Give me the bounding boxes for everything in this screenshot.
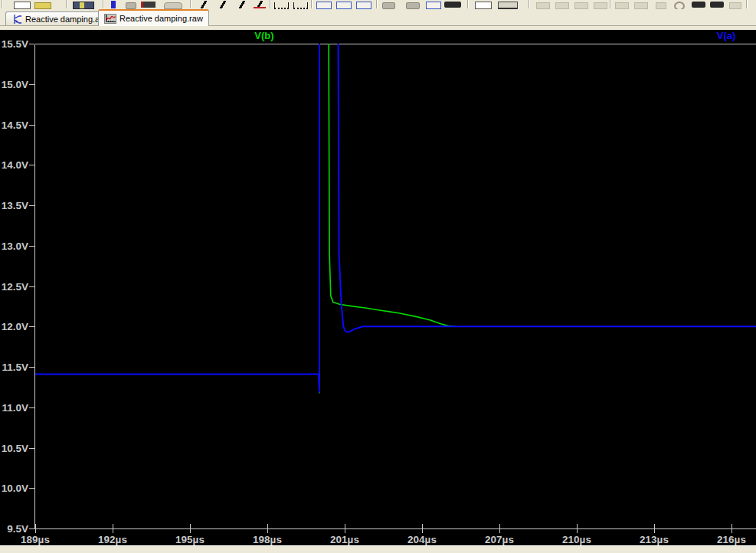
trace-vb[interactable] (319, 0, 456, 393)
y-axis-tick-label: 14.0V (2, 159, 28, 171)
ltspice-window: Reactive damping.asc Reactive damping.ra… (0, 0, 756, 553)
y-axis-tick-label: 15.0V (2, 79, 28, 90)
y-axis-tick-label: 13.0V (2, 241, 28, 252)
waveform-icon (104, 14, 116, 24)
plot-border (35, 44, 756, 529)
y-axis-tick-label: 10.5V (2, 443, 28, 454)
trace-va[interactable] (35, 0, 756, 392)
x-axis-tick-label: 192µs (98, 534, 127, 545)
x-axis-tick-label: 204µs (407, 534, 437, 545)
x-axis-tick-label: 198µs (253, 534, 282, 545)
x-axis-tick-label: 216µs (717, 534, 746, 545)
trace-label-vb[interactable]: V(b) (251, 30, 277, 41)
x-axis-tick-label: 210µs (562, 534, 591, 545)
y-axis-tick-label: 15.5V (2, 38, 28, 50)
trace-label-va[interactable]: V(a) (713, 30, 739, 41)
y-axis-tick-label: 10.0V (2, 483, 28, 494)
x-axis-tick-label: 189µs (21, 534, 50, 545)
x-axis-tick-label: 213µs (640, 534, 669, 545)
y-axis-tick-label: 14.5V (2, 119, 28, 131)
tab-waveform[interactable]: Reactive damping.raw (98, 9, 209, 26)
y-axis-tick-label: 13.5V (2, 200, 28, 211)
y-axis-tick-label: 9.5V (7, 523, 28, 535)
waveform-canvas[interactable]: 9.5V10.0V10.5V11.0V11.5V12.0V12.5V13.0V1… (0, 0, 756, 553)
y-axis-tick-label: 12.5V (2, 281, 28, 293)
y-axis-tick-label: 11.5V (2, 362, 28, 373)
x-axis-tick-label: 195µs (175, 534, 205, 545)
y-axis-tick-label: 11.0V (2, 402, 28, 414)
x-axis-tick-label: 201µs (330, 534, 359, 545)
x-axis-tick-label: 207µs (485, 534, 514, 545)
window-bottom-strip (0, 545, 756, 553)
y-axis-tick-label: 12.0V (2, 321, 28, 332)
tab-label: Reactive damping.raw (119, 14, 203, 23)
